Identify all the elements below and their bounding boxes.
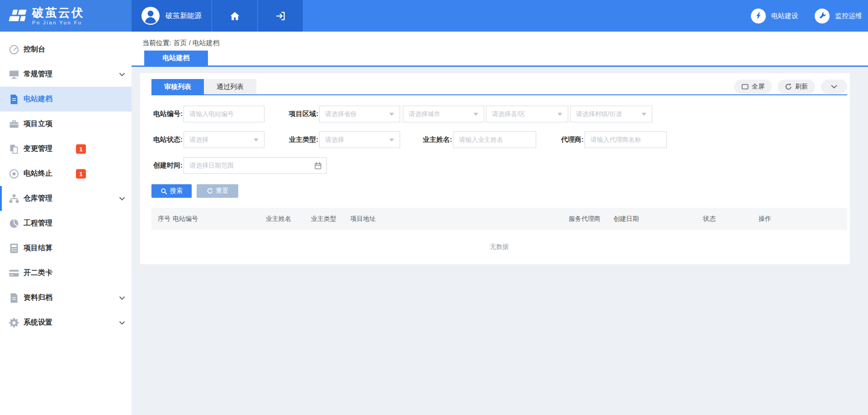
owner-type-select[interactable]: 请选择 xyxy=(319,131,400,148)
app-subtitle: Po Jian Yun Fu xyxy=(32,20,85,25)
sidebar-item-label: 项目立项 xyxy=(24,119,52,129)
sidebar: 控制台常规管理电站建档项目立项变更管理1电站终止1仓库管理工程管理项目结算开二类… xyxy=(0,32,132,415)
filter-row-1: 电站编号:请输入电站编号项目区域:请选择省份请选择城市请选择县/区请选择村镇/街… xyxy=(151,106,847,122)
page-tab-station-filing[interactable]: 电站建档 xyxy=(144,51,208,65)
caret-down-icon xyxy=(557,112,562,116)
agent-input-label: 代理商: xyxy=(552,135,584,144)
sidebar-item-console[interactable]: 控制台 xyxy=(0,37,132,62)
sidebar-item-label: 电站终止 xyxy=(24,169,52,178)
station-code-input[interactable]: 请输入电站编号 xyxy=(184,106,264,122)
notification-badge: 1 xyxy=(76,144,86,154)
filter-form: 电站编号:请输入电站编号项目区域:请选择省份请选择城市请选择县/区请选择村镇/街… xyxy=(151,95,847,174)
search-label: 搜索 xyxy=(170,187,183,195)
province-select-label: 项目区域: xyxy=(287,110,318,118)
wrench-icon xyxy=(815,9,830,23)
city-select[interactable]: 请选择城市 xyxy=(403,106,484,122)
card-icon xyxy=(9,268,19,279)
app-window: 破茧云伏 Po Jian Yun Fu 破茧新能源 xyxy=(0,0,868,415)
column-header: 服务代理商 xyxy=(569,208,600,230)
sidebar-item-label: 变更管理 xyxy=(24,144,52,154)
province-select[interactable]: 请选择省份 xyxy=(319,106,400,122)
sidebar-item-project-initiation[interactable]: 项目立项 xyxy=(0,112,132,136)
breadcrumb-path: 首页 / 电站建档 xyxy=(173,39,220,47)
copy-icon xyxy=(9,144,19,154)
fullscreen-label: 全屏 xyxy=(752,83,764,91)
sidebar-item-label: 开二类卡 xyxy=(24,268,52,278)
caret-down-icon xyxy=(254,138,259,141)
column-header: 业主姓名 xyxy=(266,208,291,230)
placeholder-text: 请选择省份 xyxy=(325,110,357,118)
dashboard-icon xyxy=(9,44,19,55)
refresh-button[interactable]: 刷新 xyxy=(778,79,815,94)
nav-monitor-ops[interactable]: 监控运维 xyxy=(815,9,862,23)
station-code-input-label: 电站编号: xyxy=(151,110,183,118)
refresh-label: 刷新 xyxy=(795,83,808,91)
topbar: 当前位置: 首页 / 电站建档 电站建档 xyxy=(132,32,868,67)
column-header: 电站编号 xyxy=(173,208,198,230)
placeholder-text: 请选择日期范围 xyxy=(189,162,234,170)
archive-icon xyxy=(9,293,19,303)
nav-label: 监控运维 xyxy=(835,12,862,20)
owner-type-select-label: 业主类型: xyxy=(287,135,318,144)
agent-input[interactable]: 请输入代理商名称 xyxy=(585,131,667,148)
empty-state: 无数据 xyxy=(151,230,847,264)
sidebar-item-general-management[interactable]: 常规管理 xyxy=(0,62,132,87)
table-header-row: 序号电站编号业主姓名业主类型项目地址服务代理商创建日期状态操作 xyxy=(151,208,847,230)
panel-controls: 全屏 刷新 xyxy=(728,79,847,94)
sidebar-item-data-archive[interactable]: 资料归档 xyxy=(0,285,132,310)
sidebar-item-system-settings[interactable]: 系统设置 xyxy=(0,310,132,335)
create-time-input[interactable]: 请选择日期范围 xyxy=(184,157,327,174)
logout-button[interactable] xyxy=(258,0,303,32)
pie-icon xyxy=(9,218,19,229)
nav-label: 电站建设 xyxy=(771,12,798,20)
sidebar-item-warehouse-management[interactable]: 仓库管理 xyxy=(0,186,132,211)
sidebar-item-engineering-management[interactable]: 工程管理 xyxy=(0,211,132,236)
home-button[interactable] xyxy=(212,0,258,32)
district-select[interactable]: 请选择县/区 xyxy=(486,106,568,122)
placeholder-text: 请选择县/区 xyxy=(492,110,525,118)
placeholder-text: 请输入代理商名称 xyxy=(590,136,641,144)
sidebar-item-label: 资料归档 xyxy=(24,293,52,303)
sidebar-item-label: 系统设置 xyxy=(24,318,52,327)
station-status-select[interactable]: 请选择 xyxy=(184,131,264,148)
nav-station-build[interactable]: 电站建设 xyxy=(751,9,798,23)
tab-passed-list[interactable]: 通过列表 xyxy=(204,79,256,94)
owner-name-input[interactable]: 请输入业主姓名 xyxy=(453,131,536,148)
list-tabs: 审核列表 通过列表 全屏 xyxy=(151,79,847,95)
tab-review-list[interactable]: 审核列表 xyxy=(151,79,204,94)
sidebar-item-change-management[interactable]: 变更管理1 xyxy=(0,136,132,161)
sidebar-item-station-filing[interactable]: 电站建档 xyxy=(0,87,132,112)
user-menu[interactable]: 破茧新能源 xyxy=(132,0,212,32)
placeholder-text: 请选择 xyxy=(325,136,344,144)
chevron-down-icon xyxy=(119,321,125,325)
app-header: 破茧云伏 Po Jian Yun Fu 破茧新能源 xyxy=(0,0,868,32)
search-button[interactable]: 搜索 xyxy=(151,184,192,198)
reset-label: 重置 xyxy=(216,187,229,195)
header-light-section: 电站建设监控运维 xyxy=(303,0,868,32)
reset-button[interactable]: 重置 xyxy=(197,184,238,198)
town-select[interactable]: 请选择村镇/街道 xyxy=(570,106,652,122)
header-dark-section: 破茧新能源 xyxy=(132,0,303,32)
sidebar-item-station-termination[interactable]: 电站终止1 xyxy=(0,161,132,186)
user-name: 破茧新能源 xyxy=(165,11,202,21)
main-area: 当前位置: 首页 / 电站建档 电站建档 审核列表 通过列表 全屏 xyxy=(132,32,868,415)
chevron-down-icon xyxy=(831,85,837,89)
home-icon xyxy=(230,11,240,21)
sidebar-item-label: 仓库管理 xyxy=(24,194,52,203)
caret-down-icon xyxy=(389,112,394,116)
reset-icon xyxy=(207,188,213,195)
sidebar-item-open-type2-card[interactable]: 开二类卡 xyxy=(0,261,132,285)
logo-section: 破茧云伏 Po Jian Yun Fu xyxy=(0,0,132,32)
collapse-button[interactable] xyxy=(821,79,847,94)
form-actions: 搜索 重置 xyxy=(151,184,847,198)
logo-text: 破茧云伏 Po Jian Yun Fu xyxy=(32,6,85,26)
fullscreen-button[interactable]: 全屏 xyxy=(734,79,772,94)
breadcrumb-prefix: 当前位置: xyxy=(142,39,171,47)
app-title: 破茧云伏 xyxy=(32,6,85,19)
content-card: 审核列表 通过列表 全屏 xyxy=(140,73,850,264)
station-status-select-label: 电站状态: xyxy=(151,135,183,144)
record-icon xyxy=(9,168,19,179)
sidebar-item-project-settlement[interactable]: 项目结算 xyxy=(0,236,132,261)
gear-icon xyxy=(9,317,19,328)
sidebar-item-label: 常规管理 xyxy=(24,70,52,79)
